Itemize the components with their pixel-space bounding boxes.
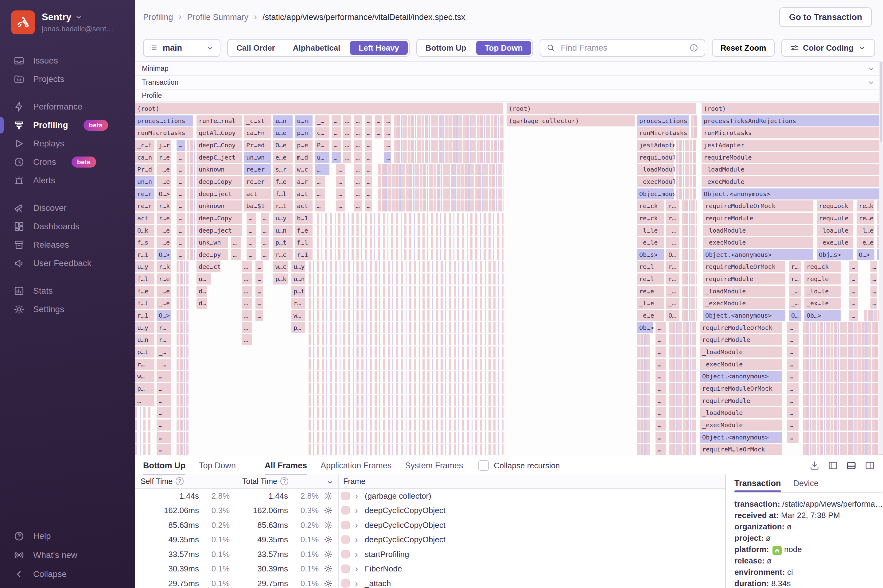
flame-frame[interactable]: … <box>156 395 172 406</box>
flame-frame[interactable]: requireModule <box>700 334 783 345</box>
flame-frame[interactable]: … <box>332 116 341 126</box>
flame-frame[interactable] <box>676 176 697 187</box>
flame-frame[interactable]: … <box>177 213 186 224</box>
flame-frame[interactable] <box>682 200 697 212</box>
flame-frame[interactable]: _… <box>789 298 801 309</box>
flame-frame[interactable]: … <box>332 128 341 138</box>
gear-icon[interactable] <box>324 535 333 544</box>
layout-bottom-icon[interactable] <box>846 460 857 471</box>
flame-frame[interactable]: … <box>384 140 392 151</box>
flame-frame[interactable]: … <box>365 152 373 163</box>
flame-frame[interactable] <box>309 346 503 357</box>
flame-frame[interactable]: … <box>849 310 858 321</box>
flame-frame[interactable] <box>676 140 697 151</box>
total-time-header[interactable]: Total Time? <box>242 474 288 488</box>
flame-frame[interactable]: … <box>655 346 667 357</box>
flame-frame[interactable]: Pr…d <box>135 164 155 175</box>
flame-frame[interactable]: O… <box>666 249 680 260</box>
flame-frame[interactable] <box>803 420 883 430</box>
flame-frame[interactable]: r…1 <box>135 249 155 260</box>
flame-frame[interactable]: … <box>787 322 799 333</box>
flame-frame[interactable]: … <box>255 273 264 285</box>
flame-frame[interactable]: u…n <box>295 116 313 126</box>
flame-frame[interactable]: deepC…ject <box>197 152 243 163</box>
flame-frame[interactable]: a…t <box>295 188 313 200</box>
gear-icon[interactable] <box>324 550 333 559</box>
flame-frame[interactable]: _… <box>156 359 172 370</box>
flame-frame[interactable]: deepC…Copy <box>197 140 243 151</box>
flame-frame[interactable]: d… <box>197 286 208 297</box>
flame-frame[interactable] <box>309 383 503 394</box>
flame-frame[interactable]: _…e <box>156 298 172 309</box>
flame-frame[interactable]: requireModule <box>703 273 786 285</box>
flame-frame[interactable]: m…d <box>295 152 313 163</box>
flame-frame[interactable]: f…s <box>135 237 155 248</box>
expand-chevron-icon[interactable]: › <box>355 578 358 588</box>
flame-frame[interactable]: … <box>343 128 352 138</box>
flame-frame[interactable]: _execModule <box>637 176 674 187</box>
flame-frame[interactable]: … <box>177 176 186 187</box>
flame-frame[interactable]: Ob…> <box>637 322 654 333</box>
flame-frame[interactable]: runMicrotasks <box>135 128 194 138</box>
flame-frame[interactable]: … <box>655 371 667 382</box>
flame-frame[interactable]: deep…Copy <box>197 213 243 224</box>
flame-frame[interactable] <box>682 213 697 224</box>
flame-frame[interactable] <box>187 200 195 212</box>
flame-frame[interactable] <box>177 322 189 333</box>
flame-frame[interactable]: … <box>787 346 799 357</box>
flame-frame[interactable]: s…r <box>273 164 293 175</box>
breadcrumb-profile-summary[interactable]: Profile Summary <box>187 13 249 22</box>
flame-frame[interactable] <box>803 432 883 443</box>
flame-frame[interactable]: … <box>242 322 252 333</box>
flame-frame[interactable]: un…wn <box>244 152 272 163</box>
flame-frame[interactable]: … <box>655 322 667 333</box>
flame-frame[interactable]: requireModuleOrMock <box>700 322 783 333</box>
flame-frame[interactable]: e…e <box>273 152 293 163</box>
flame-frame[interactable]: requ…ule <box>817 213 853 224</box>
flame-frame[interactable]: r… <box>666 213 680 224</box>
flame-frame[interactable]: … <box>231 237 242 248</box>
flame-frame[interactable] <box>135 407 152 418</box>
vertical-scrollbar[interactable] <box>879 62 883 454</box>
flame-frame[interactable]: _c…t <box>135 140 155 151</box>
flame-frame[interactable]: … <box>849 273 858 285</box>
flame-frame[interactable]: jestAdapter <box>701 140 883 151</box>
flame-frame[interactable]: ba…$1 <box>244 200 272 212</box>
sidebar-item-user-feedback[interactable]: User Feedback <box>0 254 135 273</box>
flame-frame[interactable]: un…n <box>135 176 155 187</box>
flame-frame[interactable]: … <box>384 116 392 126</box>
flame-frame[interactable]: O…e <box>273 140 293 151</box>
flame-frame[interactable]: _loadModule <box>637 164 674 175</box>
flame-frame[interactable]: runMicrotasks <box>637 128 689 138</box>
flame-frame[interactable]: … <box>655 334 667 345</box>
flame-frame[interactable] <box>187 225 195 236</box>
flame-frame[interactable]: u…y <box>135 322 155 333</box>
flame-frame[interactable]: … <box>156 371 172 382</box>
flame-frame[interactable] <box>682 261 697 272</box>
flame-frame[interactable] <box>803 395 883 406</box>
flame-frame[interactable]: re…er <box>244 176 272 187</box>
flame-frame[interactable] <box>394 116 503 126</box>
expand-chevron-icon[interactable]: › <box>355 564 358 574</box>
sidebar-item-profiling[interactable]: Profilingbeta <box>0 116 135 134</box>
flame-frame[interactable]: … <box>354 164 363 175</box>
flame-frame[interactable]: deep…Copy <box>197 176 243 187</box>
flame-frame[interactable] <box>669 395 697 406</box>
flame-frame[interactable]: runTe…rnal <box>197 116 243 126</box>
tab-top-down[interactable]: Top Down <box>199 455 236 476</box>
flame-frame[interactable]: _execModule <box>700 420 783 430</box>
flame-frame[interactable] <box>177 261 189 272</box>
flame-frame[interactable]: … <box>365 176 373 187</box>
flame-frame[interactable] <box>309 273 503 285</box>
flame-frame[interactable] <box>637 383 650 394</box>
flame-frame[interactable]: … <box>242 298 252 309</box>
flame-frame[interactable]: p…t <box>291 286 305 297</box>
flame-frame[interactable]: p…n <box>295 128 313 138</box>
flame-frame[interactable] <box>309 286 503 297</box>
layout-right-icon[interactable] <box>865 460 875 471</box>
expand-chevron-icon[interactable]: › <box>355 505 358 516</box>
flame-frame[interactable] <box>177 298 189 309</box>
flame-frame[interactable]: Ob…> <box>804 310 841 321</box>
flame-frame[interactable]: … <box>336 164 345 175</box>
flame-frame[interactable] <box>309 420 503 430</box>
